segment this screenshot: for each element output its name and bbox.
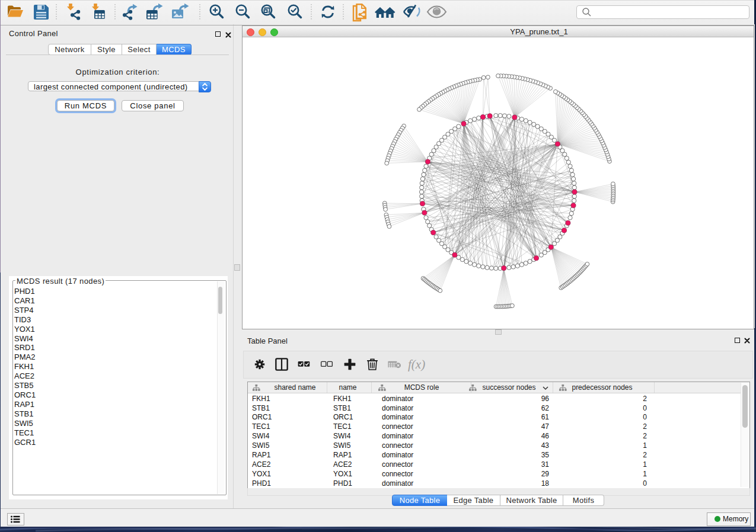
svg-text:f(x): f(x) [408, 357, 425, 371]
